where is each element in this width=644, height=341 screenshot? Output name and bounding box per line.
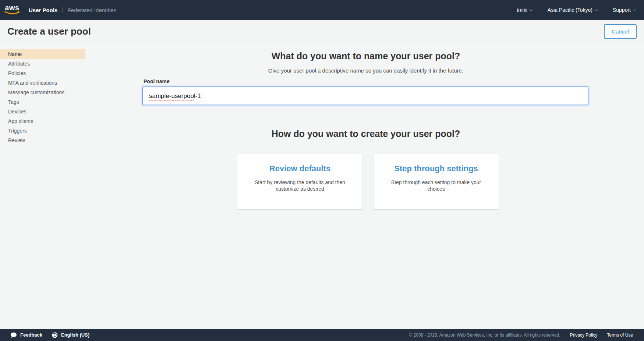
step-through-settings-description: Step through each setting to make your c… [386,179,486,192]
tab-user-pools[interactable]: User Pools [29,7,57,13]
aws-logo[interactable]: aws [4,5,20,15]
support-menu[interactable]: Support [613,7,636,13]
terms-of-use-link[interactable]: Terms of Use [607,333,633,338]
name-section-heading: What do you want to name your user pool? [143,51,589,61]
name-section-subtitle: Give your user pool a descriptive name s… [143,67,589,74]
review-defaults-description: Start by reviewing the defaults and then… [250,179,350,192]
aws-smile-icon [4,11,20,15]
pool-name-value-suffix: -1 [195,92,201,100]
speech-bubble-icon [10,332,17,338]
user-menu-label: tmiki [517,7,527,13]
sidebar-item-tags[interactable]: Tags [0,97,85,107]
sidebar-item-policies[interactable]: Policies [0,68,85,78]
sidebar-item-message-customizations[interactable]: Message customizations [0,88,85,97]
wizard-steps-sidebar: Name Attributes Policies MFA and verific… [0,43,85,145]
tab-federated-identities[interactable]: Federated Identities [67,7,116,13]
nav-divider [62,7,63,13]
chevron-down-icon [595,8,598,11]
sidebar-item-attributes[interactable]: Attributes [0,59,85,68]
region-menu[interactable]: Asia Pacific (Tokyo) [548,7,597,13]
review-defaults-title: Review defaults [250,164,350,173]
step-through-settings-title: Step through settings [386,164,486,173]
support-menu-label: Support [613,7,631,13]
user-menu[interactable]: tmiki [517,7,532,13]
pool-name-label: Pool name [144,78,170,84]
sidebar-item-triggers[interactable]: Triggers [0,126,85,136]
copyright-text: © 2008 - 2018, Amazon Web Services, Inc.… [409,333,560,338]
footer-right: © 2008 - 2018, Amazon Web Services, Inc.… [409,333,633,338]
top-navbar: aws User Pools Federated Identities tmik… [0,0,644,20]
aws-logo-text: aws [5,5,19,11]
sidebar-item-app-clients[interactable]: App clients [0,116,85,126]
chevron-down-icon [633,8,636,11]
cancel-button[interactable]: Cancel [604,24,637,39]
feedback-button[interactable]: Feedback [10,332,42,338]
privacy-policy-link[interactable]: Privacy Policy [570,333,598,338]
service-tabs: User Pools Federated Identities [29,7,116,13]
create-section-heading: How do you want to create your user pool… [143,129,589,139]
navbar-right-menus: tmiki Asia Pacific (Tokyo) Support [517,7,636,13]
sidebar-item-review[interactable]: Review [0,136,85,145]
feedback-label: Feedback [20,332,42,338]
chevron-down-icon [530,8,532,11]
page-title: Create a user pool [7,26,91,37]
language-label: English (US) [61,332,89,338]
pool-name-value-misspelled: sample-userpool [149,92,195,100]
create-option-cards: Review defaults Start by reviewing the d… [237,154,499,209]
pool-name-input[interactable]: sample-userpool-1 [142,87,588,105]
text-cursor [202,92,202,100]
footer: Feedback English (US) © 2008 - 2018, Ama… [0,329,644,341]
region-menu-label: Asia Pacific (Tokyo) [548,7,592,13]
globe-icon [52,332,58,338]
sidebar-item-name[interactable]: Name [0,49,85,59]
language-selector[interactable]: English (US) [52,332,89,338]
step-through-settings-card[interactable]: Step through settings Step through each … [374,154,499,209]
review-defaults-card[interactable]: Review defaults Start by reviewing the d… [237,154,362,209]
sidebar-item-mfa-and-verifications[interactable]: MFA and verifications [0,78,85,88]
page-header: Create a user pool Cancel [0,20,644,43]
sidebar-item-devices[interactable]: Devices [0,107,85,116]
